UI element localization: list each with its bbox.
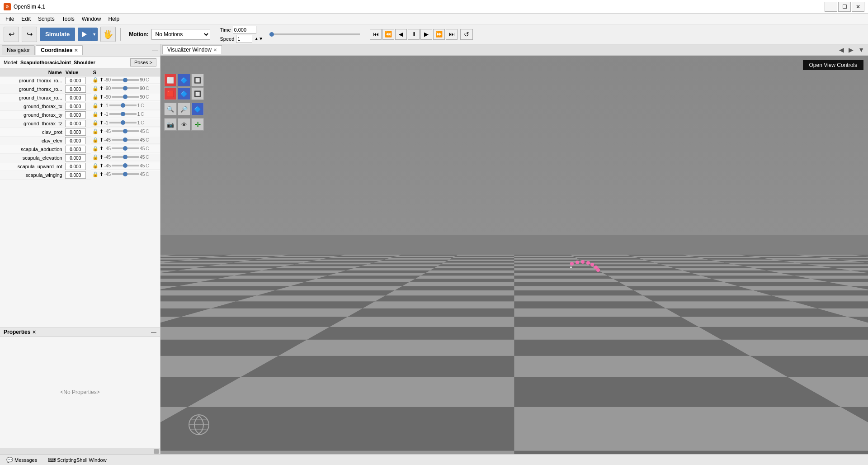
tab-visualizer[interactable]: Visualizer Window ✕ (162, 45, 222, 54)
redo-button[interactable]: ↪ (22, 27, 37, 42)
pause-button[interactable]: ⏸ (408, 29, 420, 40)
step-fwd-button[interactable]: ⏩ (433, 29, 445, 40)
close-button[interactable]: ✕ (852, 2, 864, 12)
open-view-controls-button[interactable]: Open View Controls (803, 60, 864, 70)
link-icon[interactable]: ⬆ (99, 154, 104, 160)
coord-slider[interactable] (112, 79, 139, 81)
bottom-tab-messages[interactable]: 💬 Messages (4, 457, 40, 463)
link-icon[interactable]: ⬆ (99, 146, 104, 152)
coord-value-input[interactable] (65, 103, 86, 110)
viz-btn-zoom-out[interactable]: 🔍 (164, 103, 177, 115)
menu-scripts[interactable]: Scripts (34, 15, 58, 23)
run-dropdown-button[interactable]: ▼ (91, 28, 97, 41)
viz-btn-zoom-fit[interactable]: 🔷 (191, 103, 204, 115)
rewind-button[interactable]: ⏮ (370, 29, 382, 40)
coord-value-input[interactable] (65, 171, 86, 179)
viz-btn-zoom-in[interactable]: 🔎 (178, 103, 190, 115)
viz-btn-transform[interactable]: 🔷 (178, 74, 190, 86)
viz-tab-close[interactable]: ✕ (213, 47, 217, 52)
horiz-scroll[interactable] (0, 448, 160, 454)
coord-value-input[interactable] (65, 120, 86, 127)
coord-value-input[interactable] (65, 111, 86, 119)
panel-collapse-button[interactable]: — (152, 47, 158, 54)
link-icon[interactable]: ⬆ (99, 163, 104, 169)
coord-slider[interactable] (112, 96, 139, 98)
lock-icon[interactable]: 🔒 (92, 163, 99, 169)
viz-btn-view[interactable]: 👁 (178, 118, 190, 131)
link-icon[interactable]: ⬆ (99, 77, 104, 83)
coord-value-input[interactable] (65, 137, 86, 144)
link-icon[interactable]: ⬆ (99, 128, 104, 134)
bottom-tab-scripting[interactable]: ⌨ ScriptingShell Window (45, 457, 109, 463)
speed-spinner[interactable]: ▲▼ (254, 36, 263, 41)
viz-btn-wrap[interactable]: 🔲 (191, 74, 204, 86)
menu-file[interactable]: File (2, 15, 18, 23)
simulate-button[interactable]: Simulate (40, 28, 75, 41)
lock-icon[interactable]: 🔒 (92, 111, 99, 117)
link-icon[interactable]: ⬆ (99, 103, 104, 109)
tab-coordinates[interactable]: Coordinates ✕ (36, 45, 83, 55)
lock-icon[interactable]: 🔒 (92, 103, 99, 109)
link-icon[interactable]: ⬆ (99, 171, 104, 177)
coord-slider[interactable] (112, 147, 139, 149)
coord-value-input[interactable] (65, 85, 86, 93)
viz-btn-ortho[interactable]: 📷 (164, 118, 177, 131)
coord-value-input[interactable] (65, 94, 86, 101)
coord-value-input[interactable] (65, 146, 86, 153)
coord-slider[interactable] (112, 173, 139, 175)
minimize-button[interactable]: — (825, 2, 837, 12)
hand-tool-button[interactable]: 🖐 (100, 27, 116, 42)
properties-close-button[interactable]: ✕ (32, 329, 36, 335)
fwd-end-button[interactable]: ⏭ (446, 29, 458, 40)
viz-nav-left[interactable]: ◀ (837, 46, 846, 53)
poses-button[interactable]: Poses > (130, 58, 156, 66)
lock-icon[interactable]: 🔒 (92, 171, 99, 177)
coord-value-input[interactable] (65, 128, 86, 136)
menu-help[interactable]: Help (104, 15, 123, 23)
viz-btn-wrap2[interactable]: 🔲 (191, 87, 204, 100)
menu-edit[interactable]: Edit (18, 15, 34, 23)
undo-button[interactable]: ↩ (4, 27, 19, 42)
viz-nav-down[interactable]: ▼ (856, 46, 866, 53)
viz-btn-axis[interactable]: ✛ (191, 118, 204, 131)
lock-icon[interactable]: 🔒 (92, 94, 99, 100)
time-input[interactable] (233, 26, 256, 34)
play-button[interactable]: ▶ (420, 29, 432, 40)
speed-input[interactable] (236, 35, 252, 43)
coord-slider[interactable] (109, 122, 137, 123)
link-icon[interactable]: ⬆ (99, 111, 104, 117)
menu-tools[interactable]: Tools (58, 15, 78, 23)
link-icon[interactable]: ⬆ (99, 120, 104, 126)
coord-slider[interactable] (112, 165, 139, 166)
scroll-thumb[interactable] (154, 449, 159, 454)
properties-collapse-button[interactable]: — (151, 329, 156, 335)
link-icon[interactable]: ⬆ (99, 94, 104, 100)
link-icon[interactable]: ⬆ (99, 85, 104, 91)
lock-icon[interactable]: 🔒 (92, 146, 99, 152)
motion-select[interactable]: No Motions (151, 29, 210, 40)
coord-slider[interactable] (109, 104, 137, 106)
coord-value-input[interactable] (65, 77, 86, 84)
tab-coordinates-close[interactable]: ✕ (74, 48, 78, 53)
lock-icon[interactable]: 🔒 (92, 128, 99, 134)
coord-slider[interactable] (109, 113, 137, 115)
coord-slider[interactable] (112, 130, 139, 132)
lock-icon[interactable]: 🔒 (92, 120, 99, 126)
viz-btn-model[interactable]: 🔷 (178, 87, 190, 100)
coordinates-scroll[interactable]: Name Value S ground_thorax_ro... 🔒 ⬆ -90… (0, 69, 160, 327)
playback-slider[interactable] (269, 33, 360, 35)
tab-navigator[interactable]: Navigator (2, 45, 35, 55)
coord-slider[interactable] (112, 156, 139, 158)
viz-btn-color[interactable]: 🟥 (164, 87, 177, 100)
menu-window[interactable]: Window (78, 15, 105, 23)
coord-slider[interactable] (112, 139, 139, 141)
lock-icon[interactable]: 🔒 (92, 77, 99, 83)
maximize-button[interactable]: ☐ (838, 2, 851, 12)
coord-value-input[interactable] (65, 154, 86, 161)
lock-icon[interactable]: 🔒 (92, 137, 99, 143)
coord-slider[interactable] (112, 87, 139, 89)
step-back-button[interactable]: ⏪ (382, 29, 394, 40)
run-icon[interactable] (78, 28, 91, 41)
coord-value-input[interactable] (65, 163, 86, 170)
lock-icon[interactable]: 🔒 (92, 85, 99, 91)
